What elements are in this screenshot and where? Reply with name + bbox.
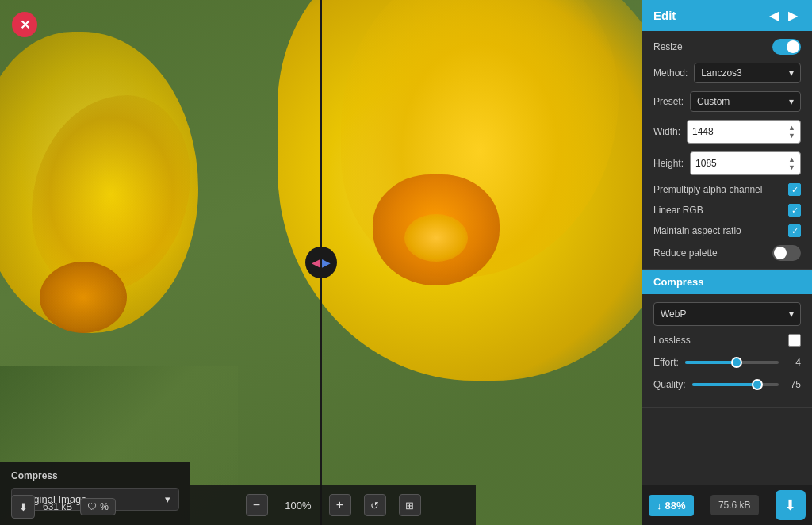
zoom-unit: % (302, 500, 312, 512)
reduction-arrow-icon: ↓ (657, 500, 662, 512)
width-label: Width: (653, 126, 680, 137)
height-spinner-up-icon[interactable]: ▲ (788, 155, 795, 163)
height-value: 1085 (695, 158, 717, 169)
quality-value: 75 (785, 379, 801, 390)
linear-rgb-label: Linear RGB (653, 205, 703, 216)
width-value: 1448 (692, 126, 714, 137)
close-button[interactable]: ✕ (12, 12, 37, 37)
resize-section: Resize Method: Lanczos3 ▾ Preset: Custom… (642, 31, 812, 270)
method-label: Method: (653, 67, 688, 79)
method-dropdown[interactable]: Lanczos3 ▾ (694, 63, 801, 83)
method-row: Method: Lanczos3 ▾ (653, 63, 801, 83)
lossless-row: Lossless (653, 334, 801, 347)
right-panel: Edit ◀ ▶ Resize Method: Lanczos3 ▾ (642, 0, 812, 525)
height-label: Height: (653, 158, 684, 169)
resize-toggle[interactable] (772, 39, 801, 55)
image-area: ◀ ▶ ✕ Compress Original Image ▾ ⬇ 631 kB… (0, 0, 642, 525)
close-icon: ✕ (20, 17, 30, 33)
width-input[interactable]: 1448 ▲ ▼ (687, 120, 801, 144)
premultiply-checkbox[interactable]: ✓ (788, 183, 801, 196)
zoom-out-button[interactable]: − (246, 494, 268, 516)
effort-label: Effort: (653, 357, 679, 368)
preset-label: Preset: (653, 96, 684, 107)
preset-dropdown[interactable]: Custom ▾ (690, 91, 801, 112)
format-value: WebP (661, 308, 686, 320)
download-source-button[interactable]: ⬇ (11, 495, 35, 519)
method-value: Lanczos3 (701, 67, 741, 79)
reduction-percent: 88% (665, 500, 686, 512)
linear-rgb-checkbox[interactable]: ✓ (788, 204, 801, 217)
maintain-aspect-label: Maintain aspect ratio (653, 225, 741, 236)
compress-section: WebP ▾ Lossless Effort: 4 Quality: (642, 294, 812, 408)
panel-title: Edit (653, 9, 676, 22)
reduce-palette-row: Reduce palette (653, 245, 801, 261)
split-handle[interactable]: ◀ ▶ (305, 247, 337, 278)
panel-nav-left-button[interactable]: ◀ (766, 8, 782, 23)
app-container: ◀ ▶ ✕ Compress Original Image ▾ ⬇ 631 kB… (0, 0, 812, 525)
minus-icon: − (253, 498, 260, 512)
preset-chevron-icon: ▾ (789, 96, 794, 107)
percent-badge: 🛡 % (80, 498, 116, 515)
resize-row: Resize (653, 39, 801, 55)
maintain-aspect-checkbox[interactable]: ✓ (788, 224, 801, 237)
quality-slider[interactable] (692, 377, 779, 393)
preset-row: Preset: Custom ▾ (653, 91, 801, 112)
reduce-palette-label: Reduce palette (653, 247, 718, 259)
height-spinner[interactable]: ▲ ▼ (788, 155, 795, 171)
width-spinner[interactable]: ▲ ▼ (788, 124, 795, 140)
resize-toggle-knob (787, 40, 799, 53)
lossless-label: Lossless (653, 335, 691, 346)
bottom-action-bar: ↓ 88% 75.6 kB ⬇ (642, 485, 812, 525)
effort-fill (685, 361, 737, 364)
premultiply-label: Premultiply alpha channel (653, 184, 762, 195)
output-size-value: 75.6 kB (718, 500, 751, 511)
effort-thumb[interactable] (731, 357, 742, 368)
height-input[interactable]: 1085 ▲ ▼ (690, 151, 801, 175)
download-icon: ⬇ (19, 501, 28, 513)
lossless-checkbox[interactable] (788, 334, 801, 347)
arrow-left-icon: ◀ (312, 256, 320, 269)
format-chevron-icon: ▾ (789, 308, 794, 320)
method-chevron-icon: ▾ (789, 67, 794, 79)
quality-thumb[interactable] (752, 379, 763, 390)
zoom-in-button[interactable]: + (329, 494, 351, 516)
output-size-badge: 75.6 kB (710, 495, 759, 515)
effort-slider[interactable] (685, 354, 779, 370)
linear-rgb-row: Linear RGB ✓ (653, 204, 801, 217)
effort-value: 4 (785, 357, 801, 368)
spinner-down-icon[interactable]: ▼ (788, 132, 795, 140)
height-spinner-down-icon[interactable]: ▼ (788, 163, 795, 171)
reduce-palette-toggle-knob (774, 247, 787, 259)
maintain-aspect-row: Maintain aspect ratio ✓ (653, 224, 801, 237)
effort-row: Effort: 4 (653, 354, 801, 370)
preset-value: Custom (697, 96, 730, 107)
plus-icon: + (336, 498, 343, 512)
reduce-palette-toggle[interactable] (772, 245, 801, 261)
flower-stamen (404, 214, 468, 262)
source-file-size: 631 kB (43, 501, 72, 512)
panel-nav: ◀ ▶ (766, 8, 801, 23)
quality-label: Quality: (653, 379, 686, 390)
fit-icon: ⊞ (405, 500, 414, 512)
width-row: Width: 1448 ▲ ▼ (653, 120, 801, 144)
premultiply-row: Premultiply alpha channel ✓ (653, 183, 801, 196)
bottom-center-bar: − 100% + ↺ ⊞ (190, 485, 476, 525)
compress-panel-label: Compress (11, 470, 179, 481)
format-dropdown[interactable]: WebP ▾ (653, 302, 801, 326)
zoom-number: 100 (285, 500, 302, 512)
split-handle-inner: ◀ ▶ (312, 256, 331, 269)
zoom-value-display: 100% (281, 500, 316, 512)
spinner-up-icon[interactable]: ▲ (788, 124, 795, 132)
percent-value: % (100, 501, 109, 512)
rotate-button[interactable]: ↺ (364, 494, 386, 516)
height-row: Height: 1085 ▲ ▼ (653, 151, 801, 175)
reduction-badge[interactable]: ↓ 88% (649, 495, 694, 516)
fit-button[interactable]: ⊞ (399, 494, 421, 516)
compress-section-header: Compress (642, 270, 812, 294)
download-output-icon: ⬇ (784, 496, 796, 514)
panel-header: Edit ◀ ▶ (642, 0, 812, 31)
quality-fill (692, 383, 757, 386)
panel-nav-right-button[interactable]: ▶ (785, 8, 801, 23)
download-output-button[interactable]: ⬇ (776, 490, 806, 520)
shield-icon: 🛡 (87, 501, 97, 512)
